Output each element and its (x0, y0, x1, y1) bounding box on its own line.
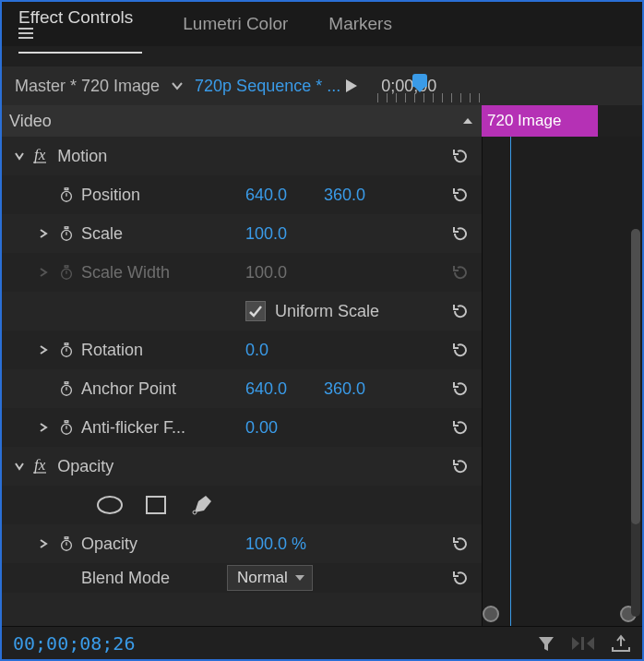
current-timecode[interactable]: 00;00;08;26 (13, 632, 537, 655)
tab-bar: Effect Controls Lumetri Color Markers (2, 2, 642, 46)
scale-width-value: 100.0 (245, 263, 287, 282)
antiflicker-value[interactable]: 0.00 (245, 418, 278, 438)
mask-tools-row (2, 486, 482, 524)
stopwatch-icon[interactable] (57, 535, 76, 553)
blend-mode-label: Blend Mode (81, 569, 170, 588)
filter-icon[interactable] (537, 634, 555, 653)
svg-rect-10 (65, 227, 68, 229)
position-y-value[interactable]: 360.0 (324, 186, 365, 205)
tick-marks (377, 93, 642, 106)
position-label: Position (81, 186, 140, 205)
svg-point-23 (98, 497, 122, 513)
tab-markers[interactable]: Markers (328, 8, 392, 47)
panel-menu-icon[interactable] (18, 28, 142, 39)
rotation-value[interactable]: 0.0 (245, 341, 268, 360)
reset-button[interactable] (448, 377, 472, 401)
prop-rotation: Rotation 0.0 (2, 330, 482, 369)
svg-rect-19 (65, 382, 68, 384)
antiflicker-label: Anti-flicker F... (81, 418, 185, 438)
mini-play-button[interactable] (346, 79, 377, 92)
scrollbar-thumb[interactable] (631, 229, 640, 524)
chevron-right-icon[interactable] (39, 228, 52, 239)
reset-button[interactable] (448, 415, 472, 439)
svg-point-26 (62, 540, 72, 550)
svg-rect-7 (65, 188, 68, 190)
keyframe-timeline[interactable] (482, 137, 642, 626)
prop-blend-mode: Blend Mode Normal (2, 563, 482, 593)
stopwatch-icon[interactable] (57, 224, 76, 243)
tab-effect-controls[interactable]: Effect Controls (18, 2, 142, 54)
reset-button[interactable] (448, 566, 472, 590)
rotation-label: Rotation (81, 341, 143, 360)
reset-button[interactable] (448, 222, 472, 246)
chevron-right-icon[interactable] (39, 538, 52, 549)
uniform-scale-checkbox[interactable] (245, 301, 266, 321)
stopwatch-icon (57, 263, 76, 282)
rectangle-mask-icon[interactable] (140, 493, 172, 517)
scale-label: Scale (81, 224, 123, 244)
playhead-icon[interactable] (412, 74, 427, 87)
stopwatch-icon[interactable] (57, 418, 76, 437)
section-header-video[interactable]: Video (2, 105, 482, 137)
prop-opacity: Opacity 100.0 % (2, 524, 482, 563)
chevron-right-icon[interactable] (39, 422, 52, 433)
anchor-x-value[interactable]: 640.0 (245, 379, 287, 399)
export-icon[interactable] (611, 634, 631, 653)
reset-button[interactable] (448, 144, 472, 168)
svg-rect-24 (147, 497, 165, 513)
reset-button[interactable] (448, 532, 472, 556)
scale-value[interactable]: 100.0 (245, 224, 287, 244)
breadcrumb-master[interactable]: Master * 720 Image (9, 73, 165, 100)
prop-antiflicker: Anti-flicker F... 0.00 (2, 408, 482, 447)
fx-badge-icon[interactable]: fx (33, 149, 46, 163)
svg-marker-4 (463, 118, 472, 124)
opacity-prop-label: Opacity (81, 535, 137, 554)
svg-rect-31 (581, 637, 584, 650)
effect-motion[interactable]: fx Motion (2, 137, 482, 175)
stopwatch-icon[interactable] (57, 341, 76, 359)
svg-point-8 (62, 230, 72, 240)
prop-uniform-scale: Uniform Scale (2, 292, 482, 330)
ellipse-mask-icon[interactable] (94, 493, 125, 517)
opacity-value[interactable]: 100.0 % (245, 535, 306, 554)
play-around-icon[interactable] (572, 635, 594, 652)
pen-mask-icon[interactable] (186, 493, 218, 517)
clip-bar[interactable]: 720 Image (482, 105, 598, 137)
anchor-y-value[interactable]: 360.0 (324, 379, 365, 399)
svg-marker-32 (587, 637, 594, 650)
tab-lumetri-color[interactable]: Lumetri Color (183, 8, 288, 47)
playhead-line (510, 137, 511, 626)
chevron-down-icon[interactable] (171, 81, 184, 90)
chevron-right-icon (39, 267, 52, 278)
svg-rect-13 (65, 266, 68, 268)
mini-timecode: 0;00;00 (381, 77, 436, 95)
reset-button[interactable] (448, 338, 472, 362)
breadcrumb-sequence[interactable]: 720p Sequence * ... (189, 73, 346, 100)
stopwatch-icon[interactable] (57, 379, 76, 398)
svg-marker-30 (572, 637, 579, 650)
chevron-down-icon[interactable] (14, 462, 27, 471)
caret-up-icon (461, 116, 474, 126)
prop-anchor-point: Anchor Point 640.0 360.0 (2, 369, 482, 408)
stopwatch-icon[interactable] (57, 186, 76, 204)
fx-badge-icon[interactable]: fx (33, 459, 46, 474)
zoom-handle-left[interactable] (483, 606, 499, 622)
reset-button[interactable] (448, 183, 472, 207)
chevron-down-icon[interactable] (14, 151, 27, 161)
svg-marker-3 (346, 79, 357, 92)
effect-controls-panel: Effect Controls Lumetri Color Markers Ma… (2, 2, 642, 659)
vertical-scrollbar[interactable] (631, 229, 640, 617)
scale-width-label: Scale Width (81, 263, 170, 282)
breadcrumb-row: Master * 720 Image 720p Sequence * ... 0… (2, 66, 642, 105)
opacity-effect-label: Opacity (57, 457, 113, 476)
reset-button[interactable] (448, 454, 472, 478)
reset-button (448, 260, 472, 284)
position-x-value[interactable]: 640.0 (245, 186, 287, 205)
reset-button[interactable] (448, 299, 472, 323)
uniform-scale-label: Uniform Scale (275, 302, 379, 321)
svg-rect-16 (65, 343, 68, 345)
chevron-right-icon[interactable] (39, 344, 52, 355)
effect-opacity[interactable]: fx Opacity (2, 447, 482, 486)
mini-timeline[interactable]: 0;00;00 (377, 77, 642, 96)
blend-mode-select[interactable]: Normal (227, 565, 313, 591)
